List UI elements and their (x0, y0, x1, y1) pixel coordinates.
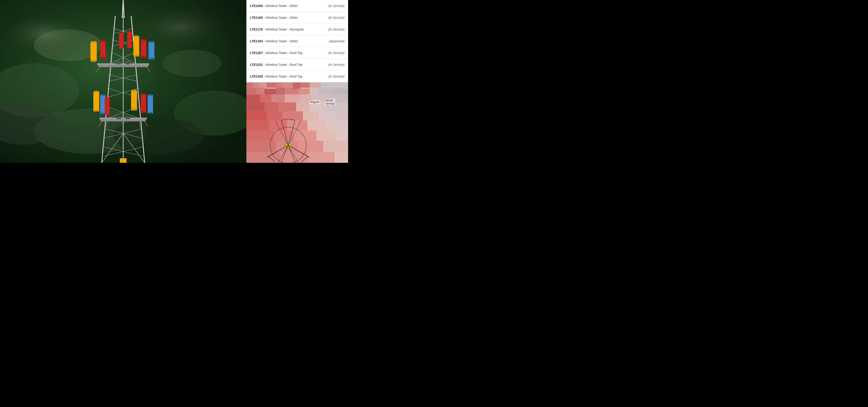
svg-line-10 (102, 16, 115, 163)
svg-rect-101 (310, 88, 319, 95)
svg-rect-133 (246, 141, 276, 152)
svg-rect-103 (332, 88, 348, 95)
svg-rect-92 (310, 83, 321, 88)
svg-rect-59 (119, 33, 124, 49)
tower-id: LTE1184 (250, 39, 263, 43)
tower-type: - Wireless Tower - Other (264, 16, 298, 20)
svg-rect-99 (285, 88, 298, 95)
svg-rect-97 (265, 89, 276, 95)
svg-rect-140 (335, 152, 348, 163)
svg-rect-100 (298, 89, 310, 95)
svg-rect-62 (94, 91, 98, 92)
svg-rect-84 (246, 83, 253, 88)
svg-rect-131 (316, 131, 337, 141)
tower-list-item[interactable]: LTE1054 - Wireless Tower - Other (In Ser… (246, 0, 348, 12)
svg-rect-71 (131, 90, 137, 111)
svg-rect-102 (319, 88, 332, 95)
svg-rect-51 (142, 39, 146, 40)
tower-id: LTE1176 (250, 28, 263, 31)
svg-rect-49 (101, 57, 105, 59)
svg-rect-111 (246, 102, 265, 112)
svg-rect-113 (278, 102, 296, 112)
tower-id: LTE1229 (250, 74, 263, 78)
svg-rect-89 (283, 83, 293, 88)
tower-list-item[interactable]: LTE1176 - Wireless Tower - Monopole (In … (246, 24, 348, 35)
svg-rect-137 (246, 152, 280, 163)
svg-rect-45 (91, 41, 96, 43)
svg-rect-77 (116, 61, 121, 64)
svg-rect-78 (125, 61, 130, 64)
svg-rect-68 (141, 94, 146, 113)
tower-list-item[interactable]: LTE1221 - Wireless Tower - Roof Top (In … (246, 59, 348, 70)
tower-id: LTE1207 (250, 51, 263, 55)
svg-line-23 (106, 121, 107, 128)
svg-rect-135 (298, 141, 323, 152)
svg-rect-139 (307, 152, 335, 163)
tower-type: - Wireless Tower - Roof Top (264, 51, 303, 55)
svg-rect-96 (256, 88, 265, 95)
svg-rect-112 (265, 102, 278, 112)
tower-status: (In Service) (328, 74, 344, 78)
svg-rect-67 (105, 97, 110, 115)
svg-rect-106 (271, 95, 285, 102)
svg-rect-63 (94, 110, 98, 112)
svg-rect-58 (134, 55, 138, 57)
svg-rect-91 (301, 83, 310, 88)
tower-id: LTE1160 (250, 16, 263, 20)
tower-svg (67, 0, 180, 163)
svg-rect-72 (132, 90, 136, 91)
svg-rect-118 (267, 112, 283, 121)
svg-rect-61 (93, 92, 99, 112)
svg-rect-105 (260, 95, 271, 102)
tower-status: (In Service) (328, 63, 344, 66)
svg-rect-46 (91, 60, 96, 62)
svg-rect-57 (134, 35, 138, 37)
svg-rect-85 (253, 83, 259, 88)
svg-rect-122 (337, 112, 348, 121)
svg-rect-123 (246, 121, 269, 131)
map-background-svg (246, 83, 348, 163)
svg-rect-69 (142, 93, 146, 95)
svg-rect-98 (276, 88, 285, 95)
svg-rect-75 (148, 94, 152, 96)
svg-rect-32 (97, 63, 149, 65)
tower-type: - Wireless Tower - Roof Top (264, 63, 303, 66)
svg-rect-48 (101, 40, 105, 41)
svg-rect-54 (149, 41, 154, 43)
svg-rect-73 (132, 108, 136, 109)
svg-rect-136 (323, 141, 348, 152)
svg-line-24 (139, 121, 140, 128)
tower-status: (In Service) (328, 28, 344, 31)
svg-rect-120 (303, 112, 319, 121)
tower-list-item[interactable]: LTE1160 - Wireless Tower - Other (In Ser… (246, 12, 348, 24)
svg-rect-107 (285, 95, 301, 102)
svg-rect-60 (127, 31, 132, 48)
svg-rect-88 (276, 83, 283, 88)
svg-rect-126 (307, 121, 326, 131)
tower-type: - Wireless Tower - Monopole (264, 28, 304, 31)
svg-rect-52 (142, 56, 146, 58)
svg-rect-117 (246, 112, 267, 121)
svg-rect-66 (101, 113, 105, 114)
svg-rect-127 (326, 121, 348, 131)
svg-rect-50 (141, 39, 146, 58)
svg-rect-56 (133, 36, 139, 57)
svg-rect-80 (125, 117, 130, 119)
tower-3d-panel (0, 0, 246, 163)
tower-list-item[interactable]: LTE1229 - Wireless Tower - Roof Top (In … (246, 70, 348, 82)
svg-rect-74 (148, 95, 153, 114)
tower-id: LTE1054 (250, 4, 263, 8)
tower-status: (In Service) (328, 51, 344, 55)
tower-status: (Approved) (329, 39, 344, 43)
tower-list-item[interactable]: LTE1184 - Wireless Tower - Other (Approv… (246, 35, 348, 47)
tower-type: - Wireless Tower - Roof Top (264, 74, 303, 78)
svg-rect-55 (149, 58, 154, 60)
tower-list-item[interactable]: LTE1207 - Wireless Tower - Roof Top (In … (246, 47, 348, 59)
right-panel: LTE1054 - Wireless Tower - Other (In Ser… (246, 0, 348, 163)
map-panel[interactable]: Wagner WinterSprings (246, 83, 348, 163)
map-label-wagner: Wagner (309, 100, 320, 104)
svg-rect-132 (337, 131, 348, 141)
svg-rect-128 (246, 131, 274, 141)
svg-rect-76 (148, 112, 152, 114)
tower-status: (In Service) (328, 4, 344, 8)
